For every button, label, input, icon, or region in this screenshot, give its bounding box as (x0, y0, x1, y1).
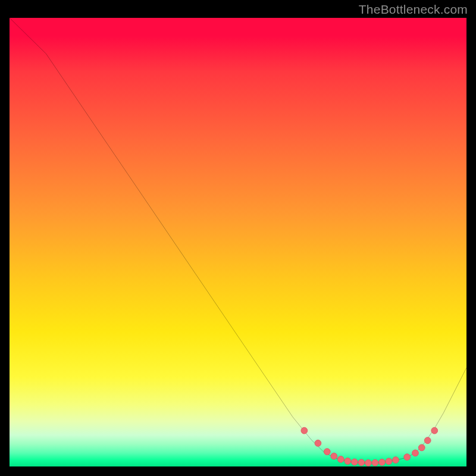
marker-dot (412, 450, 419, 456)
marker-dot (431, 427, 438, 434)
chart-frame: TheBottleneck.com (0, 0, 476, 476)
marker-dot (386, 458, 392, 465)
marker-dot (324, 449, 330, 455)
plot-area (10, 18, 466, 466)
marker-dot (301, 427, 308, 434)
curve-layer (10, 18, 466, 463)
chart-svg (10, 18, 466, 466)
marker-dot (315, 440, 321, 446)
marker-dot (372, 459, 378, 466)
marker-dot (393, 457, 399, 464)
marker-dot (337, 456, 344, 463)
marker-layer (301, 427, 438, 466)
marker-dot (331, 453, 337, 459)
marker-dot (404, 454, 411, 461)
watermark-text: TheBottleneck.com (359, 2, 468, 17)
marker-dot (379, 459, 386, 465)
marker-dot (345, 458, 351, 465)
marker-dot (418, 444, 425, 451)
bottleneck-curve (10, 18, 466, 463)
marker-dot (365, 460, 372, 466)
marker-dot (424, 437, 431, 444)
marker-dot (358, 459, 365, 466)
marker-dot (351, 459, 358, 465)
